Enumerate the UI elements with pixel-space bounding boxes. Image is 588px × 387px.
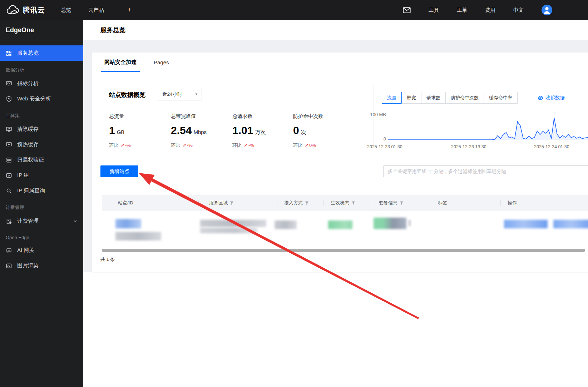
sidebar-section-toolkit: 工具集	[0, 106, 83, 121]
nav-language[interactable]: 中文	[513, 7, 524, 14]
metric-protection-hits[interactable]: 防护命中次数	[445, 92, 484, 104]
nav-add-shortcut[interactable]: +	[128, 6, 132, 14]
compare-label: 环比	[171, 143, 180, 148]
search-icon	[6, 188, 12, 194]
stat-unit: 万次	[255, 129, 266, 135]
header-divider	[277, 200, 277, 205]
sidebar-item-ownership-verification[interactable]: 归属权验证	[0, 152, 83, 168]
overview-card: 网站安全加速 Pages 站点数据概览 近24小时 ▾ 总流量 1GB 环比↗-…	[92, 53, 588, 272]
metric-traffic[interactable]: 流量	[382, 92, 402, 104]
sidebar-item-web-security-analysis[interactable]: Web 安全分析	[0, 91, 83, 106]
nav-overview[interactable]: 总览	[61, 7, 71, 14]
sidebar-item-label: 清除缓存	[17, 126, 39, 133]
filter-icon[interactable]	[305, 201, 309, 205]
nav-tools[interactable]: 工具	[429, 7, 439, 14]
filter-icon[interactable]	[230, 201, 234, 205]
sidebar-item-ai-gateway[interactable]: AI 网关	[0, 243, 83, 258]
cloud-logo-icon	[6, 5, 19, 15]
image-icon	[6, 263, 12, 269]
service-region-redacted	[200, 220, 266, 227]
trend-up-icon: ↗	[120, 143, 124, 148]
site-name-redacted[interactable]	[115, 219, 141, 228]
sidebar-item-metric-analysis[interactable]: 指标分析	[0, 76, 83, 91]
operations-redacted[interactable]	[504, 220, 548, 228]
add-site-button[interactable]: 新增站点	[100, 165, 138, 177]
header-divider	[372, 200, 372, 205]
stat-value: 2.54	[171, 124, 192, 136]
col-status: 生效状态	[331, 195, 355, 211]
page-header: 服务总览	[83, 20, 588, 40]
collapse-data-link[interactable]: 收起数据	[538, 95, 565, 101]
card-tabs: 网站安全加速 Pages	[92, 53, 588, 72]
x-tick-middle: 2025-12-23 13:30	[451, 144, 486, 149]
col-plan: 套餐信息	[379, 195, 404, 211]
monitor-refresh-icon	[6, 126, 12, 133]
grid-icon	[6, 50, 12, 56]
stat-peak-bandwidth: 总带宽峰值 2.54Mbps 环比↗-%	[171, 113, 232, 149]
plan-speck-redacted	[408, 220, 411, 226]
compare-value: 0%	[309, 143, 316, 148]
sidebar-section-billing: 计费管理	[0, 198, 83, 213]
metric-cache-hit-rate[interactable]: 缓存命中率	[484, 92, 518, 104]
compare-label: 环比	[109, 143, 118, 148]
header-divider	[323, 200, 324, 205]
sidebar-item-billing-management[interactable]: 计费管理	[0, 213, 83, 229]
y-axis-max-label: 100 MB	[358, 112, 386, 117]
sidebar-item-label: 预热缓存	[17, 141, 39, 148]
time-range-value: 近24小时	[162, 91, 182, 98]
operations-overflow-redacted[interactable]	[553, 220, 588, 228]
sidebar-item-image-rendering[interactable]: 图片渲染	[0, 258, 83, 273]
sidebar-item-purge-cache[interactable]: 清除缓存	[0, 121, 83, 137]
plan-info-redacted	[374, 218, 406, 229]
brand-name: 腾讯云	[23, 5, 45, 15]
user-avatar[interactable]	[542, 5, 552, 15]
col-tags: 标签	[438, 195, 447, 211]
stat-protection-hits: 防护命中次数 0次 环比↗0%	[293, 113, 354, 149]
time-range-select[interactable]: 近24小时 ▾	[157, 88, 202, 100]
page-root: 腾讯云 总览 云产品 + 工具 工单 费用 中文	[0, 0, 588, 387]
sidebar-item-ip-group[interactable]: IP IP 组	[0, 168, 83, 183]
stat-unit: GB	[117, 129, 125, 135]
header-divider	[500, 200, 501, 205]
sidebar-item-ip-lookup[interactable]: IP 归属查询	[0, 183, 83, 198]
filter-icon[interactable]	[351, 201, 355, 205]
col-access-mode: 接入方式	[284, 195, 309, 211]
y-axis-min-label: 0	[358, 136, 386, 142]
stat-label: 防护命中次数	[293, 113, 354, 120]
metric-bandwidth[interactable]: 带宽	[401, 92, 421, 104]
topbar: 腾讯云 总览 云产品 + 工具 工单 费用 中文	[0, 0, 588, 20]
stat-value: 1	[109, 124, 115, 136]
col-site-id: 站点/ID	[118, 195, 133, 211]
sidebar-item-label: 指标分析	[17, 80, 39, 87]
site-filter-input[interactable]	[383, 165, 588, 177]
stat-unit: 次	[301, 129, 306, 135]
metric-requests[interactable]: 请求数	[421, 92, 446, 104]
stat-label: 总流量	[109, 113, 170, 120]
sidebar-item-label: 图片渲染	[17, 262, 39, 269]
chevron-down-icon	[73, 219, 78, 223]
stat-value: 1.01	[232, 124, 253, 136]
ip-badge-icon: IP	[6, 172, 12, 179]
sidebar: EdgeOne 服务总览 数据分析	[0, 20, 83, 387]
tab-pages[interactable]: Pages	[150, 53, 172, 72]
sidebar-item-label: IP 归属查询	[17, 187, 45, 194]
sidebar-item-prefetch-cache[interactable]: 预热缓存	[0, 137, 83, 152]
nav-tickets[interactable]: 工单	[457, 7, 467, 14]
tab-site-acceleration[interactable]: 网站安全加速	[101, 53, 140, 72]
nav-billing[interactable]: 费用	[485, 7, 495, 14]
sidebar-item-service-overview[interactable]: 服务总览	[0, 45, 83, 61]
horizontal-scrollbar[interactable]	[102, 249, 585, 252]
table-row	[102, 211, 588, 245]
mail-icon[interactable]	[403, 7, 411, 13]
monitor-chart-icon	[6, 80, 12, 87]
header-divider	[198, 200, 199, 205]
tencent-cloud-logo[interactable]: 腾讯云	[6, 5, 45, 15]
content-background: 网站安全加速 Pages 站点数据概览 近24小时 ▾ 总流量 1GB 环比↗-…	[83, 40, 588, 272]
sidebar-item-label: Web 安全分析	[17, 95, 51, 102]
filter-icon[interactable]	[400, 201, 404, 205]
nav-cloud-products[interactable]: 云产品	[88, 7, 104, 14]
compare-value: -%	[125, 143, 131, 148]
stat-label: 总带宽峰值	[171, 113, 232, 120]
chevron-down-icon: ▾	[195, 92, 197, 96]
site-id-redacted	[115, 232, 161, 240]
